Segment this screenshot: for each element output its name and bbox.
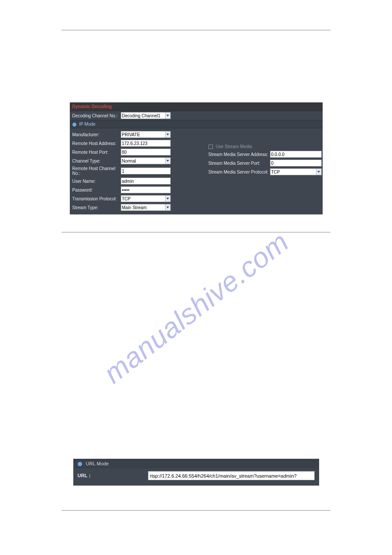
radio-selected-icon — [78, 462, 82, 466]
chevron-down-icon — [165, 158, 170, 164]
user-name-input[interactable] — [121, 178, 171, 185]
transmission-protocol-row: Transmission Protocol: — [70, 194, 175, 203]
remote-host-port-label: Remote Host Port: — [72, 150, 121, 155]
sm-address-input[interactable] — [270, 151, 322, 158]
stream-type-label: Stream Type: — [72, 205, 121, 210]
ip-mode-radio-row[interactable]: IP Mode — [70, 120, 323, 128]
url-mode-label: URL Mode — [86, 461, 109, 466]
decoding-channel-row: Decoding Channel No.: — [70, 111, 323, 120]
password-label: Password: — [72, 188, 121, 192]
url-input[interactable] — [148, 471, 315, 480]
remote-host-address-label: Remote Host Address: — [72, 141, 121, 146]
chevron-down-icon — [316, 169, 321, 175]
stream-type-select[interactable] — [121, 204, 171, 211]
transmission-protocol-value[interactable] — [121, 195, 171, 202]
url-label: URL： — [78, 472, 148, 479]
remote-channel-no-row: Remote Host Channel No.: — [70, 165, 175, 177]
url-mode-panel: URL Mode URL： — [73, 459, 319, 486]
use-stream-media-row[interactable]: Use Stream Media — [206, 143, 324, 150]
transmission-protocol-select[interactable] — [121, 195, 171, 202]
transmission-protocol-label: Transmission Protocol: — [72, 196, 121, 201]
right-column: Use Stream Media Stream Media Server Add… — [175, 130, 324, 212]
chevron-down-icon — [165, 204, 170, 210]
sm-protocol-value[interactable] — [270, 168, 322, 175]
stream-type-row: Stream Type: — [70, 203, 175, 212]
decoding-channel-label: Decoding Channel No.: — [72, 113, 121, 118]
panel-title: Dynamic Decoding — [70, 102, 323, 111]
checkbox-unchecked-icon[interactable] — [209, 145, 213, 149]
sm-port-label: Stream Media Server Port: — [209, 161, 270, 166]
remote-channel-no-label: Remote Host Channel No.: — [72, 166, 121, 176]
user-name-label: User Name: — [72, 179, 121, 184]
horizontal-rule — [61, 232, 331, 232]
sm-port-row: Stream Media Server Port: — [206, 159, 324, 167]
remote-host-port-row: Remote Host Port: — [70, 148, 175, 156]
sm-protocol-label: Stream Media Server Protocol: — [209, 170, 270, 174]
user-name-row: User Name: — [70, 177, 175, 185]
remote-host-port-input[interactable] — [121, 149, 171, 156]
sm-port-input[interactable] — [270, 160, 322, 167]
manufacturer-value[interactable] — [121, 131, 171, 138]
sm-address-label: Stream Media Server Address: — [209, 152, 270, 157]
channel-type-select[interactable] — [121, 157, 171, 164]
panel-body: Manufacturer: Remote Host Address: Remot… — [70, 128, 323, 214]
manufacturer-label: Manufacturer: — [72, 132, 121, 137]
remote-host-address-row: Remote Host Address: — [70, 139, 175, 148]
horizontal-rule — [61, 510, 331, 511]
password-row: Password: — [70, 185, 175, 194]
use-stream-media-label: Use Stream Media — [216, 144, 252, 149]
sm-protocol-select[interactable] — [270, 168, 322, 175]
sm-protocol-row: Stream Media Server Protocol: — [206, 167, 324, 176]
password-input[interactable] — [121, 186, 171, 193]
chevron-down-icon — [165, 131, 170, 138]
sm-address-row: Stream Media Server Address: — [206, 150, 324, 159]
manufacturer-select[interactable] — [121, 131, 171, 138]
channel-type-label: Channel Type: — [72, 159, 121, 163]
remote-host-address-input[interactable] — [121, 140, 171, 147]
radio-selected-icon — [72, 123, 76, 127]
left-column: Manufacturer: Remote Host Address: Remot… — [70, 130, 175, 212]
url-mode-radio-row[interactable]: URL Mode — [73, 459, 319, 468]
watermark-text: manualshive.com — [97, 225, 295, 390]
url-row: URL： — [73, 468, 319, 483]
chevron-down-icon — [165, 196, 170, 202]
manufacturer-row: Manufacturer: — [70, 130, 175, 139]
decoding-channel-value[interactable] — [121, 112, 171, 119]
decoding-channel-select[interactable] — [121, 112, 171, 119]
ip-mode-label: IP Mode — [79, 122, 95, 127]
horizontal-rule — [61, 30, 331, 30]
stream-type-value[interactable] — [121, 204, 171, 211]
dynamic-decoding-panel: Dynamic Decoding Decoding Channel No.: I… — [70, 102, 323, 214]
chevron-down-icon — [165, 112, 170, 119]
channel-type-value[interactable] — [121, 157, 171, 164]
channel-type-row: Channel Type: — [70, 156, 175, 165]
remote-channel-no-input[interactable] — [121, 167, 171, 174]
